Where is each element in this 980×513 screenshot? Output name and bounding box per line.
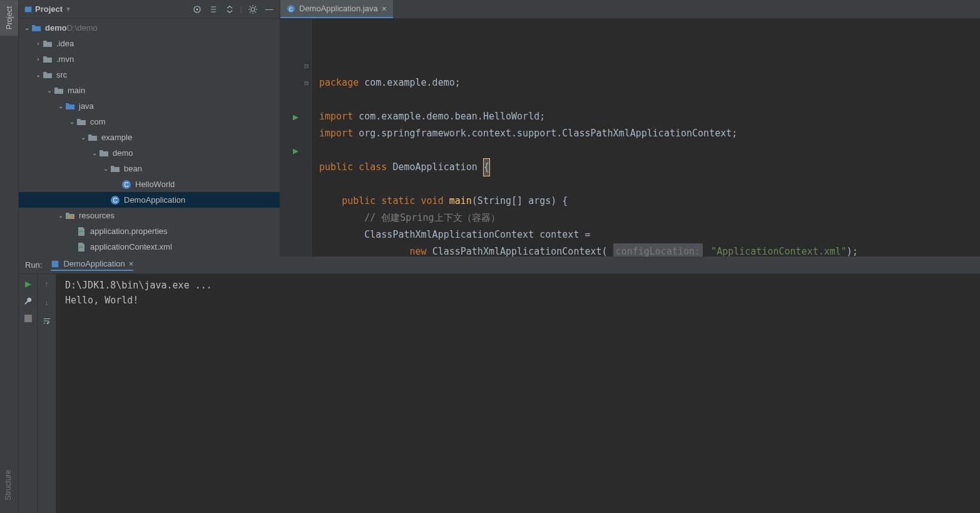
editor-content[interactable]: @砖业洋__ package com.example.demo; import …: [312, 19, 980, 256]
folder-icon: [43, 39, 53, 49]
tree-item[interactable]: CHelloWorld: [19, 176, 280, 192]
tree-item[interactable]: ›.idea: [19, 36, 280, 51]
stop-icon[interactable]: [23, 313, 34, 324]
gutter-row: ⊟: [280, 74, 311, 91]
editor-tab-demoapplication[interactable]: C DemoApplication.java ×: [280, 0, 393, 18]
chevron-right-icon[interactable]: ›: [34, 39, 43, 48]
code-line[interactable]: import com.example.demo.bean.HelloWorld;: [319, 108, 980, 125]
tree-item[interactable]: ⌄src: [19, 67, 280, 83]
tree-item-label: HelloWorld: [135, 180, 175, 189]
folder-icon: [88, 133, 98, 143]
run-panel: Run: DemoApplication × ▶ ↑ ↓ D:\JDK1.8\b…: [19, 256, 980, 513]
close-icon[interactable]: ×: [129, 259, 134, 268]
tree-item-label: demo: [113, 148, 133, 158]
editor-tabs: C DemoApplication.java ×: [280, 0, 980, 19]
project-tab[interactable]: Project: [0, 0, 18, 36]
run-gutter-icon[interactable]: ▶: [293, 145, 299, 156]
folder-icon: [76, 117, 86, 127]
tree-item-label: application.properties: [90, 226, 168, 236]
code-line[interactable]: import org.springframework.context.suppo…: [319, 125, 980, 142]
gutter-row: [280, 243, 311, 256]
folder-icon: [110, 164, 120, 174]
svg-rect-20: [52, 260, 59, 267]
chevron-down-icon[interactable]: ⌄: [23, 24, 31, 33]
tree-item[interactable]: ⌄demo: [19, 145, 280, 161]
code-line[interactable]: new ClassPathXmlApplicationContext( conf…: [319, 243, 980, 256]
close-icon[interactable]: ×: [382, 4, 387, 14]
gutter-row: [280, 210, 311, 226]
tree-item-label: demo: [45, 23, 67, 33]
tree-item[interactable]: ⌄com: [19, 114, 280, 130]
tree-item[interactable]: ›.mvn: [19, 51, 280, 67]
project-tab-label: Project: [5, 6, 14, 29]
fold-icon[interactable]: ⊟: [304, 62, 309, 70]
tree-item[interactable]: applicationContext.xml: [19, 239, 280, 255]
svg-rect-0: [25, 6, 32, 12]
folder-icon: [43, 54, 53, 64]
svg-text:C: C: [124, 181, 128, 188]
collapse-icon[interactable]: [224, 4, 235, 15]
java-class-icon: C: [287, 4, 295, 13]
chevron-down-icon[interactable]: ⌄: [34, 71, 43, 79]
gutter-row: [280, 193, 311, 210]
project-tree[interactable]: ⌄demo D:\demo›.idea›.mvn⌄src⌄main⌄java⌄c…: [19, 19, 280, 256]
code-line[interactable]: public static void main(String[] args) {: [319, 193, 980, 210]
tree-item[interactable]: ⌄demo D:\demo: [19, 20, 280, 36]
down-arrow-icon[interactable]: ↓: [41, 297, 53, 308]
gutter-row: [280, 159, 311, 176]
chevron-down-icon[interactable]: ⌄: [56, 211, 65, 220]
tree-item[interactable]: ⌄example: [19, 130, 280, 145]
rerun-icon[interactable]: ▶: [23, 278, 34, 289]
run-config-tab[interactable]: DemoApplication ×: [51, 259, 133, 271]
gutter-row: [280, 91, 311, 108]
chevron-down-icon[interactable]: ⌄: [101, 165, 110, 173]
editor-tab-label: DemoApplication.java: [299, 4, 378, 13]
file-leaf-icon: [76, 226, 86, 236]
fold-icon[interactable]: ⊟: [304, 79, 309, 87]
run-gutter-icon[interactable]: ▶: [293, 111, 299, 123]
tree-item[interactable]: ⌄bean: [19, 161, 280, 176]
tree-item[interactable]: application.properties: [19, 223, 280, 239]
code-line[interactable]: // 创建Spring上下文（容器）: [319, 210, 980, 226]
chevron-down-icon[interactable]: ⌄: [90, 149, 99, 158]
run-toolbar-left: ▶: [19, 274, 38, 513]
folder-icon: [54, 86, 64, 96]
tree-item[interactable]: ⌄main: [19, 83, 280, 98]
chevron-down-icon[interactable]: ⌄: [45, 86, 54, 95]
wrap-icon[interactable]: [41, 315, 53, 327]
svg-rect-21: [24, 315, 32, 322]
structure-tab[interactable]: Structure: [0, 464, 18, 507]
code-line[interactable]: [319, 142, 980, 159]
code-line[interactable]: [319, 176, 980, 193]
chevron-down-icon[interactable]: ⌄: [56, 102, 65, 111]
gutter-row: ▶: [280, 142, 311, 159]
gutter-row: ▶: [280, 108, 311, 125]
hide-icon[interactable]: —: [263, 4, 275, 15]
main-container: Project ▼ | — ⌄demo D:\demo›.idea›.mvn⌄s…: [19, 0, 980, 513]
run-config-icon: [51, 260, 59, 268]
chevron-right-icon[interactable]: ›: [34, 55, 43, 64]
chevron-down-icon[interactable]: ⌄: [79, 133, 88, 142]
settings-icon[interactable]: [247, 4, 258, 15]
project-panel: Project ▼ | — ⌄demo D:\demo›.idea›.mvn⌄s…: [19, 0, 280, 256]
run-output[interactable]: D:\JDK1.8\bin\java.exe ...Hello, World!: [56, 274, 980, 513]
tree-item[interactable]: ⌄resources: [19, 208, 280, 223]
up-arrow-icon[interactable]: ↑: [41, 278, 53, 289]
expand-icon[interactable]: [208, 4, 219, 15]
code-line[interactable]: package com.example.demo;: [319, 74, 980, 91]
code-area[interactable]: ⊟⊟▶▶⊟⊟ @砖业洋__ package com.example.demo; …: [280, 19, 980, 256]
tree-item-label: main: [68, 86, 85, 95]
locate-icon[interactable]: [191, 4, 203, 15]
folder-icon: [99, 148, 109, 158]
output-line: Hello, World!: [65, 293, 212, 308]
code-line[interactable]: [319, 91, 980, 108]
tree-item[interactable]: ⌄java: [19, 98, 280, 114]
chevron-down-icon[interactable]: ⌄: [68, 118, 76, 126]
project-panel-title[interactable]: Project ▼: [24, 4, 188, 14]
dropdown-icon: ▼: [65, 6, 71, 13]
tree-item[interactable]: CDemoApplication: [19, 192, 280, 208]
code-line[interactable]: public class DemoApplication {: [319, 159, 980, 176]
code-line[interactable]: ClassPathXmlApplicationContext context =: [319, 226, 980, 243]
gutter-row: [280, 226, 311, 243]
wrench-icon[interactable]: [23, 295, 34, 307]
